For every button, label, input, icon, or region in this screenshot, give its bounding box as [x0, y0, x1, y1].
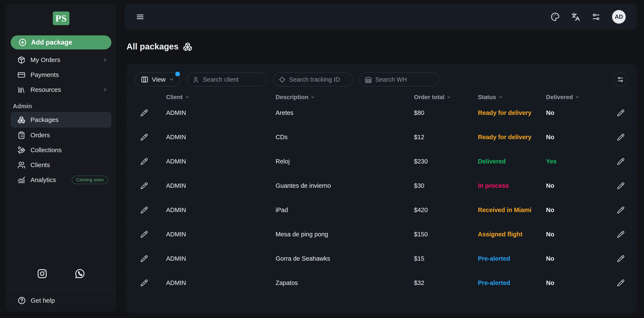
- cell-description: Gorra de Seahawks: [271, 255, 410, 262]
- analytics-chart-icon: [18, 176, 25, 184]
- cell-description: Aretes: [271, 109, 410, 116]
- cell-delivered: No: [542, 109, 605, 116]
- table-row: ADMIN Zapatos $32 Pre-alerted No: [126, 271, 637, 295]
- hand-coins-icon: [18, 146, 25, 154]
- pencil-icon[interactable]: [617, 109, 624, 117]
- cell-client: ADMIN: [162, 255, 271, 262]
- sidebar-item-label: My Orders: [30, 56, 60, 64]
- search-client-input[interactable]: [203, 76, 261, 83]
- cell-delivered: No: [542, 231, 605, 238]
- page-title-row: All packages: [126, 42, 192, 51]
- social-links: [11, 268, 112, 279]
- cell-status: Pre-alerted: [474, 279, 542, 286]
- sidebar-menu: My Orders Payments Resources Admin Packa…: [11, 53, 112, 187]
- cell-delivered: No: [542, 255, 605, 262]
- pencil-icon[interactable]: [140, 231, 148, 238]
- column-header-description[interactable]: Description: [271, 94, 410, 101]
- sidebar-item-resources[interactable]: Resources: [11, 82, 112, 97]
- table-body: ADMIN Aretes $80 Ready for delivery No A…: [126, 101, 637, 313]
- cell-order-total: $420: [410, 206, 474, 214]
- chevron-down-icon: [169, 77, 174, 82]
- pencil-icon[interactable]: [140, 206, 148, 214]
- sliders-icon[interactable]: [592, 12, 600, 21]
- search-wh-input[interactable]: [375, 76, 434, 83]
- sidebar-item-clients[interactable]: Clients: [11, 158, 112, 172]
- sidebar-item-my-orders[interactable]: My Orders: [11, 53, 112, 67]
- add-package-button[interactable]: Add package: [11, 35, 112, 50]
- cell-description: Mesa de ping pong: [271, 231, 410, 238]
- cell-order-total: $80: [410, 109, 474, 116]
- table-row: ADMIN CDs $12 Ready for delivery No: [126, 125, 637, 149]
- plus-circle-icon: [18, 38, 27, 47]
- notification-dot: [175, 72, 180, 76]
- packages-table-card: View Client Description: [126, 64, 637, 313]
- pencil-icon[interactable]: [140, 133, 148, 141]
- pencil-icon[interactable]: [140, 255, 148, 263]
- sidebar-item-label: Resources: [30, 86, 61, 93]
- pencil-icon[interactable]: [617, 133, 624, 141]
- cell-delivered: Yes: [542, 158, 605, 165]
- cell-order-total: $150: [410, 231, 474, 238]
- avatar[interactable]: AD: [612, 10, 626, 24]
- instagram-icon[interactable]: [37, 268, 47, 279]
- pencil-icon[interactable]: [617, 158, 624, 165]
- cell-delivered: No: [542, 279, 605, 286]
- column-header-delivered[interactable]: Delivered: [542, 94, 605, 101]
- sidebar-item-orders[interactable]: Orders: [11, 128, 112, 143]
- topbar-actions: AD: [551, 10, 626, 24]
- table-settings-button[interactable]: [613, 73, 628, 87]
- cell-order-total: $32: [410, 279, 474, 286]
- cell-order-total: $230: [410, 158, 474, 165]
- table-row: ADMIN Reloj $230 Delivered Yes: [126, 149, 637, 173]
- person-icon: [192, 76, 199, 83]
- view-label: View: [152, 76, 166, 83]
- pencil-icon[interactable]: [617, 206, 624, 214]
- sidebar-item-analytics[interactable]: Analytics Coming soon: [11, 172, 112, 187]
- cell-status: Assigned flight: [474, 231, 542, 238]
- pencil-icon[interactable]: [617, 231, 624, 238]
- whatsapp-icon[interactable]: [75, 268, 85, 279]
- pencil-icon[interactable]: [617, 279, 624, 287]
- coming-soon-badge: Coming soon: [72, 176, 108, 184]
- cell-client: ADMIN: [162, 134, 271, 141]
- search-tracking-field: [273, 73, 353, 87]
- sliders-icon: [617, 76, 624, 83]
- pencil-icon[interactable]: [617, 255, 624, 263]
- chevron-right-icon: [102, 57, 108, 63]
- sidebar-item-payments[interactable]: Payments: [11, 67, 112, 82]
- cell-order-total: $30: [410, 182, 474, 189]
- translate-icon[interactable]: [571, 12, 580, 21]
- pencil-icon[interactable]: [140, 109, 148, 117]
- cell-description: Zapatos: [271, 279, 410, 286]
- sidebar: PS Add package My Orders Payments Resour…: [6, 4, 116, 311]
- pencil-icon[interactable]: [140, 158, 148, 165]
- app-logo: PS: [53, 12, 70, 25]
- sidebar-item-packages[interactable]: Packages: [11, 112, 112, 128]
- cell-delivered: No: [542, 206, 605, 214]
- column-header-status[interactable]: Status: [474, 94, 542, 101]
- get-help-button[interactable]: Get help: [11, 289, 112, 311]
- cell-description: iPad: [271, 206, 410, 214]
- search-tracking-input[interactable]: [289, 76, 347, 83]
- chevron-down-icon: [575, 95, 580, 100]
- cell-client: ADMIN: [162, 158, 271, 165]
- cell-status: Delivered: [474, 158, 542, 165]
- cell-client: ADMIN: [162, 109, 271, 116]
- topbar: AD: [124, 4, 637, 30]
- cell-status: Ready for delivery: [474, 109, 542, 116]
- pencil-icon[interactable]: [140, 182, 148, 190]
- menu-icon[interactable]: [136, 12, 144, 21]
- pencil-icon[interactable]: [617, 182, 624, 190]
- chevron-right-icon: [102, 87, 108, 93]
- search-client-field: [187, 73, 267, 87]
- pencil-icon[interactable]: [140, 279, 148, 287]
- palette-icon[interactable]: [551, 12, 560, 21]
- cell-status: Ready for delivery: [474, 134, 542, 141]
- view-dropdown-button[interactable]: View: [135, 73, 180, 87]
- column-header-order-total[interactable]: Order total: [410, 94, 474, 101]
- package-icon: [18, 56, 25, 64]
- table-row-partial: [126, 295, 637, 313]
- sidebar-item-collections[interactable]: Collections: [11, 143, 112, 158]
- cell-status: Received in Miami: [474, 206, 542, 214]
- column-header-client[interactable]: Client: [162, 94, 271, 101]
